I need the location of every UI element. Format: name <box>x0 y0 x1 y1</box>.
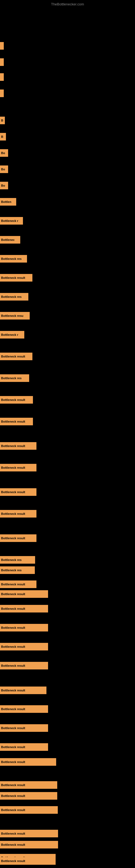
bar-item <box>0 73 4 81</box>
bottleneck-bar: Bottleneck result <box>0 743 48 751</box>
bottleneck-bar: B <box>0 133 6 141</box>
bar-item: Bottleneck resu <box>0 312 30 319</box>
bar-item: Bottleneck result <box>0 396 33 404</box>
bottleneck-bar: Bottleneck result <box>0 781 57 789</box>
bar-item: Bottleneck result <box>0 643 48 650</box>
bottleneck-bar: Bottleneck res <box>0 293 28 301</box>
site-title: TheBottlenecker.com <box>51 2 84 6</box>
bottleneck-bar: Bottleneck result <box>0 857 56 865</box>
bottleneck-bar: Bottleneck result <box>0 464 37 471</box>
bar-item: Bottleneck result <box>0 624 48 631</box>
bottleneck-bar: Bottleneck res <box>0 566 35 574</box>
bottleneck-bar: Bottleneck result <box>0 841 58 848</box>
bar-item: Bottleneck result <box>0 510 37 518</box>
bottleneck-bar: Bottleneck result <box>0 534 37 542</box>
bar-item: Bottleneck result <box>0 605 48 613</box>
bottleneck-bar: Bottleneck result <box>0 624 48 631</box>
bar-item: Bottleneck result <box>0 662 48 670</box>
bottleneck-bar: Bottleneck r <box>0 217 23 225</box>
bar-item: B <box>0 117 5 124</box>
bottleneck-bar: Bottleneck res <box>0 255 27 262</box>
bar-item: Bottleneck result <box>0 488 37 496</box>
bar-item: Bottleneck res <box>0 556 35 564</box>
bar-item: Bottleneck result <box>0 758 56 766</box>
bottleneck-bar: Bottleneck result <box>0 806 58 814</box>
bar-item: Bottleneck result <box>0 705 48 713</box>
bottleneck-bar: Bottleneck result <box>0 396 33 404</box>
bar-item: Bottleneck result <box>0 442 37 450</box>
bar-item: Bottleneck res <box>0 293 28 301</box>
bar-item <box>0 58 4 66</box>
bar-item: Bottleneck result <box>0 792 57 800</box>
bottleneck-bar: Bottleneck result <box>0 605 48 613</box>
bottleneck-bar: Bottleneck result <box>0 758 56 766</box>
bottleneck-bar: Bottleneck result <box>0 590 48 598</box>
bottleneck-bar: Bottleneck result <box>0 662 48 670</box>
bar-item: Bottleneck result <box>0 781 57 789</box>
bar-item: Bottleneck result <box>0 464 37 471</box>
bottleneck-bar: Bottleneck result <box>0 274 32 282</box>
bar-item: Bo <box>0 149 8 157</box>
bar-item: B <box>0 133 6 141</box>
bottleneck-bar: Bottleneck result <box>0 442 37 450</box>
bottleneck-bar: Bottleneck result <box>0 352 32 360</box>
bottleneck-bar: B <box>0 117 5 124</box>
bar-item: Bottleneck res <box>0 566 35 574</box>
bar-item: Bo <box>0 165 8 173</box>
bottleneck-bar: Bottleneck result <box>0 724 48 732</box>
bottleneck-bar: Bottleneck r <box>0 331 24 339</box>
bottleneck-bar <box>0 73 4 81</box>
bar-item: Bo <box>0 182 8 189</box>
bottleneck-bar: Bottleneck result <box>0 686 46 694</box>
bottleneck-bar: Bo <box>0 165 8 173</box>
bottleneck-bar: Bottleneck result <box>0 510 37 518</box>
bottleneck-bar: Bottleneck result <box>0 830 58 837</box>
bar-item: Bottleneck result <box>0 686 46 694</box>
bar-item <box>0 90 4 97</box>
bottleneck-bar: Bo <box>0 182 8 189</box>
bar-item: Bottleneck result <box>0 830 58 837</box>
bottleneck-bar: Bottleneck result <box>0 643 48 650</box>
bottleneck-bar <box>0 90 4 97</box>
bottleneck-bar <box>0 42 4 50</box>
bar-item: Bottleneck result <box>0 581 37 588</box>
bar-item: Bottleneck result <box>0 274 32 282</box>
bottleneck-bar: Bottleneck result <box>0 488 37 496</box>
bar-item <box>0 42 4 50</box>
bottleneck-bar: Bottleneck result <box>0 705 48 713</box>
bar-item: Bottleneck result <box>0 534 37 542</box>
bar-item: Bottlen <box>0 198 16 206</box>
bar-item: Bottleneck result <box>0 418 33 425</box>
bar-item: Bottleneck result <box>0 743 48 751</box>
bar-item: Bottleneck result <box>0 806 58 814</box>
bottleneck-bar: Bottleneck result <box>0 581 37 588</box>
bottleneck-bar <box>0 58 4 66</box>
bottleneck-bar: Bo <box>0 149 8 157</box>
bottleneck-bar: Bottleneck result <box>0 792 57 800</box>
bar-item: Bottleneck r <box>0 217 23 225</box>
bottleneck-bar: Bottlenec <box>0 236 20 244</box>
bar-item: Bottleneck res <box>0 255 27 262</box>
bar-item: Bottleneck r <box>0 331 24 339</box>
bar-item: Bottleneck result <box>0 590 48 598</box>
bottleneck-bar: Bottleneck resu <box>0 312 30 319</box>
bar-item: Bottleneck result <box>0 857 56 865</box>
bottleneck-bar: Bottlen <box>0 198 16 206</box>
bottleneck-bar: Bottleneck res <box>0 556 35 564</box>
bottleneck-bar: Bottleneck result <box>0 418 33 425</box>
bar-item: Bottleneck result <box>0 841 58 848</box>
bottleneck-bar: Bottleneck res <box>0 374 29 382</box>
bar-item: Bottleneck result <box>0 724 48 732</box>
bar-item: Bottleneck res <box>0 374 29 382</box>
bar-item: Bottlenec <box>0 236 20 244</box>
bar-item: Bottleneck result <box>0 352 32 360</box>
